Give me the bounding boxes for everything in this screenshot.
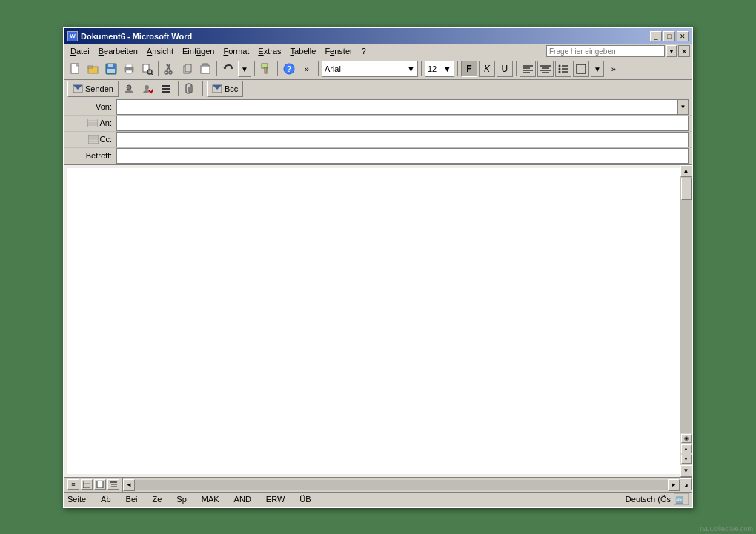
help-input[interactable] xyxy=(546,45,665,57)
more-tools-button[interactable]: » xyxy=(299,61,315,77)
font-size-selector[interactable]: 12 ▼ xyxy=(425,61,454,77)
restore-button[interactable]: □ xyxy=(663,31,675,41)
menu-tabelle[interactable]: Tabelle xyxy=(286,45,321,57)
format-painter-button[interactable] xyxy=(258,61,274,77)
resize-button[interactable]: ◢ xyxy=(680,478,692,490)
underline-button[interactable]: U xyxy=(497,61,513,77)
status-erw: ERW xyxy=(266,495,285,504)
email-toolbar: Senden Bcc xyxy=(64,80,692,99)
help-close-button[interactable]: ✕ xyxy=(678,45,690,57)
outline-view-button[interactable] xyxy=(107,479,119,490)
menu-bar: Datei Bearbeiten Ansicht Einfügen Format… xyxy=(64,44,692,59)
an-input-wrap xyxy=(116,116,689,131)
svg-point-44 xyxy=(127,85,131,90)
more-format-button[interactable]: » xyxy=(606,61,622,77)
ab-label: Ab xyxy=(101,495,110,504)
menu-bearbeiten[interactable]: Bearbeiten xyxy=(94,45,142,57)
title-bar: W Dokument6 - Microsoft Word _ □ ✕ xyxy=(64,28,692,44)
von-input[interactable] xyxy=(117,102,677,111)
cc-input[interactable] xyxy=(117,135,688,144)
vertical-scrollbar: ▲ ◉ ▲ ▼ ▼ xyxy=(680,165,692,477)
word-help-button[interactable]: ? xyxy=(281,61,297,77)
betreff-input-wrap xyxy=(116,148,689,164)
italic-button[interactable]: K xyxy=(479,61,495,77)
web-view-button[interactable] xyxy=(81,479,93,490)
bei-label: Bei xyxy=(126,495,138,504)
svg-rect-59 xyxy=(83,481,90,488)
scroll-down-button[interactable]: ▼ xyxy=(680,465,692,477)
title-bar-left: W Dokument6 - Microsoft Word xyxy=(67,31,192,41)
bcc-button[interactable]: Bcc xyxy=(207,81,243,97)
scroll-prev-button[interactable]: ▲ xyxy=(681,444,692,453)
scroll-up-button[interactable]: ▲ xyxy=(680,165,692,177)
options-button[interactable] xyxy=(158,81,174,97)
bullets-button[interactable] xyxy=(555,61,571,77)
open-button[interactable] xyxy=(85,61,102,77)
print-view-button[interactable] xyxy=(94,479,106,490)
scroll-next-button[interactable]: ▼ xyxy=(681,455,692,464)
address-book-button[interactable] xyxy=(121,81,137,97)
an-input[interactable] xyxy=(117,119,688,127)
svg-rect-24 xyxy=(265,67,267,73)
menu-extras[interactable]: Extras xyxy=(253,45,285,57)
svg-rect-5 xyxy=(108,64,113,67)
normal-view-button[interactable]: ≡ xyxy=(67,479,79,490)
help-dropdown-button[interactable]: ▼ xyxy=(666,45,677,57)
svg-point-15 xyxy=(165,71,168,74)
scroll-right-button[interactable]: ► xyxy=(668,479,680,491)
border-dropdown[interactable]: ▼ xyxy=(591,61,604,77)
status-ab: Ab xyxy=(101,495,110,504)
scroll-select-button[interactable]: ◉ xyxy=(681,434,692,443)
border-button[interactable] xyxy=(573,61,589,77)
undo-dropdown[interactable]: ▼ xyxy=(238,61,251,77)
separator-4 xyxy=(277,61,278,76)
scroll-thumb-v[interactable] xyxy=(681,178,692,200)
paste-button[interactable] xyxy=(197,61,213,77)
separator-8 xyxy=(516,61,517,76)
save-button[interactable] xyxy=(103,61,119,77)
document-body[interactable] xyxy=(67,168,680,474)
title-buttons: _ □ ✕ xyxy=(650,31,689,41)
new-document-button[interactable] xyxy=(67,61,84,77)
svg-rect-9 xyxy=(126,70,132,73)
betreff-input[interactable] xyxy=(117,151,688,160)
toolbar-main: ▼ ? » Arial ▼ 12 ▼ F K U xyxy=(64,59,692,80)
close-button[interactable]: ✕ xyxy=(677,31,689,41)
menu-einfuegen[interactable]: Einfügen xyxy=(178,45,219,57)
separator-5 xyxy=(318,61,319,76)
cc-input-wrap xyxy=(116,132,689,147)
font-selector[interactable]: Arial ▼ xyxy=(322,61,418,77)
send-button[interactable]: Senden xyxy=(67,81,119,97)
menu-ansicht[interactable]: Ansicht xyxy=(142,45,178,57)
print-preview-button[interactable] xyxy=(139,61,155,77)
separator-7 xyxy=(457,61,458,76)
scroll-side-buttons: ◉ ▲ ▼ xyxy=(681,433,692,465)
align-center-button[interactable] xyxy=(537,61,554,77)
print-button[interactable] xyxy=(121,61,137,77)
cut-button[interactable] xyxy=(162,61,178,77)
menu-fenster[interactable]: Fenster xyxy=(320,45,357,57)
attach-button[interactable] xyxy=(182,81,199,97)
svg-rect-8 xyxy=(126,64,132,67)
check-names-button[interactable] xyxy=(139,81,156,97)
menu-help[interactable]: ? xyxy=(357,45,371,57)
scroll-left-button[interactable]: ◄ xyxy=(123,479,135,491)
bold-button[interactable]: F xyxy=(461,61,477,77)
view-controls: ≡ ◄ ► ◢ xyxy=(64,477,692,492)
copy-button[interactable] xyxy=(179,61,196,77)
align-left-button[interactable] xyxy=(520,61,536,77)
svg-text:?: ? xyxy=(287,65,291,73)
status-mak: MAK xyxy=(202,495,219,504)
svg-rect-20 xyxy=(201,66,210,73)
betreff-label: Betreff: xyxy=(64,151,116,160)
menu-format[interactable]: Format xyxy=(219,45,253,57)
status-seite: Seite xyxy=(67,495,86,504)
undo-button[interactable] xyxy=(220,61,236,77)
content-area: ▲ ◉ ▲ ▼ ▼ xyxy=(64,165,692,477)
minimize-button[interactable]: _ xyxy=(650,31,662,41)
von-dropdown[interactable]: ▼ xyxy=(677,100,688,114)
menu-datei[interactable]: Datei xyxy=(66,45,94,57)
status-sp: Sp xyxy=(176,495,186,504)
status-bei: Bei xyxy=(126,495,138,504)
von-input-wrap: ▼ xyxy=(116,99,689,115)
